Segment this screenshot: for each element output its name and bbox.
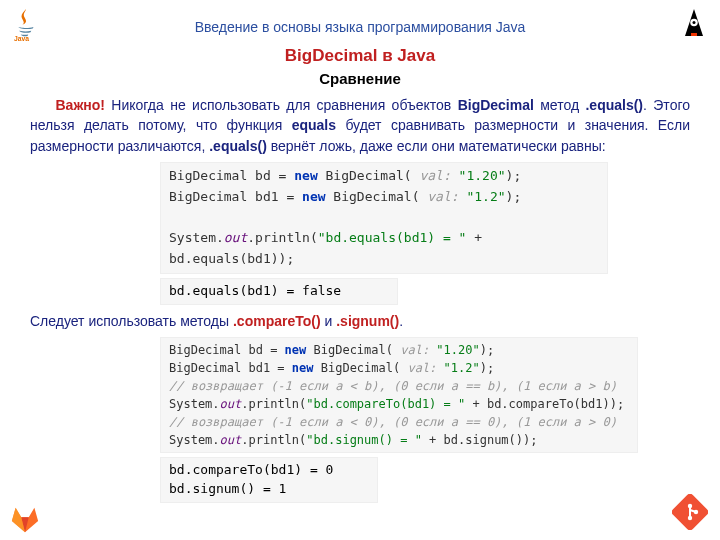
code-block-equals: BigDecimal bd = new BigDecimal( val: "1.… [160, 162, 608, 274]
paragraph-warning: Важно! Никогда не использовать для сравн… [30, 95, 690, 156]
code-block-compareto: BigDecimal bd = new BigDecimal( val: "1.… [160, 337, 638, 453]
subtitle: BigDecimal в Java [0, 46, 720, 66]
paragraph-recommendation: Следует использовать методы .compareTo()… [30, 311, 690, 331]
important-label: Важно! [56, 97, 106, 113]
header: Java Введение в основы языка программиро… [0, 0, 720, 42]
gitlab-icon [10, 504, 40, 532]
result-compareto: bd.compareTo(bd1) = 0 bd.signum() = 1 [160, 457, 378, 503]
svg-text:Java: Java [14, 35, 29, 42]
page-title: Введение в основы языка программирования… [44, 19, 676, 35]
duke-mascot-icon [676, 6, 712, 42]
git-icon [672, 494, 708, 530]
result-equals: bd.equals(bd1) = false [160, 278, 398, 305]
svg-point-2 [693, 21, 696, 24]
java-logo-icon: Java [8, 6, 44, 42]
section-heading: Сравнение [0, 70, 720, 87]
content-area: Важно! Никогда не использовать для сравн… [0, 87, 720, 503]
